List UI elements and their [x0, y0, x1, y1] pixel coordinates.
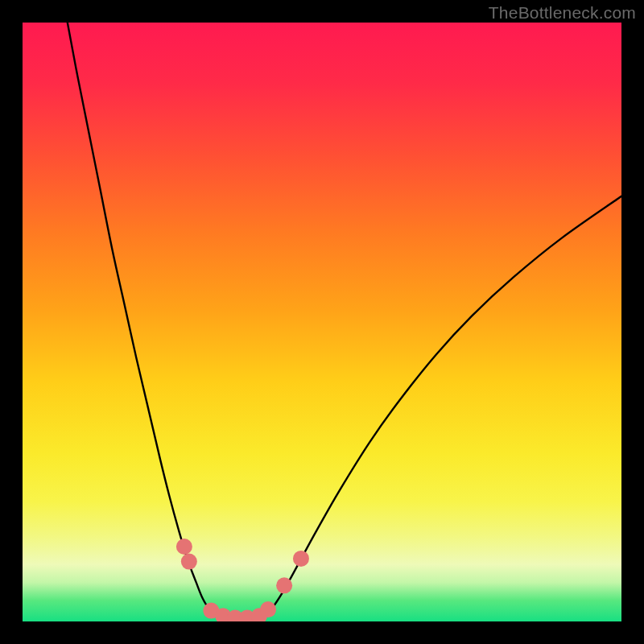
marker-dot — [293, 551, 309, 567]
marker-dot — [176, 539, 192, 555]
marker-dot — [181, 554, 197, 570]
chart-background — [23, 23, 621, 621]
chart-svg — [23, 23, 621, 621]
chart-frame — [23, 23, 621, 621]
marker-dot — [276, 577, 292, 593]
watermark-text: TheBottleneck.com — [489, 3, 636, 23]
marker-dot — [260, 601, 276, 617]
